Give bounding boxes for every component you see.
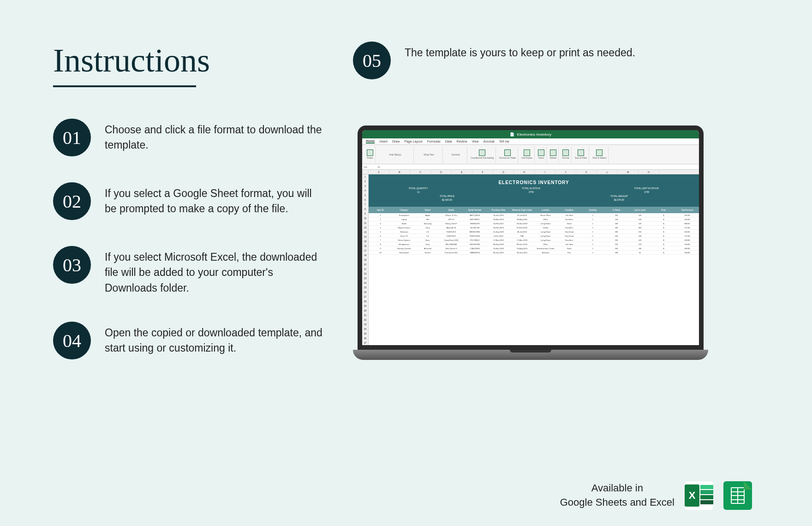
step-text-03: If you select Microsoft Excel, the downl…	[105, 246, 325, 296]
sheets-icon	[723, 481, 752, 510]
column-headers: AB CD EF GH IJ KL MN	[362, 170, 699, 174]
menu-formulas: Formulas	[427, 140, 441, 143]
table-row: 3TabletSamsungGalaxy Tab S7GHI34567814-F…	[369, 221, 699, 226]
menu-acrobat: Acrobat	[484, 140, 495, 143]
step-text-05: The template is yours to keep or print a…	[405, 42, 635, 60]
excel-ribbon: Paste Arial (Body) Wrap Text General Con…	[362, 145, 699, 164]
table-row: 2LaptopDellXPS 15DEF78901220-Mar-202320-…	[369, 217, 699, 221]
inventory-header: ELECTRONICS INVENTORY TOTAL QUANTITY11 T…	[369, 174, 699, 207]
title-underline	[53, 85, 196, 87]
menu-pagelayout: Page Layout	[404, 140, 422, 143]
menu-insert: Insert	[379, 140, 388, 143]
doc-icon: 📄	[510, 132, 514, 137]
table-row: 6Smart TVLGOLED55CXPQR1234561-Dec-2020N/…	[369, 234, 699, 238]
formula-bar: A1fx	[362, 164, 699, 170]
step-text-02: If you select a Google Sheet format, you…	[105, 182, 325, 217]
table-row: 1SmartphoneAppleiPhone 12 ProABC12345610…	[369, 213, 699, 217]
doc-title: Electronics Inventory	[517, 132, 551, 137]
menu-home: Home	[366, 139, 375, 143]
row-numbers: 1234567891011121314151617181920212223242…	[362, 174, 369, 345]
footer: Available in Google Sheets and Excel X	[560, 481, 752, 510]
step-03: 03 If you select Microsoft Excel, the do…	[53, 246, 325, 296]
step-04: 04 Open the copied or downloaded templat…	[53, 322, 325, 359]
page-title: Instructions	[53, 42, 325, 80]
table-row: 8HeadphonesSonyWH-1000XM4VWX56789003-Sep…	[369, 242, 699, 246]
footer-line2: Google Sheets and Excel	[560, 496, 675, 510]
step-badge-05: 05	[353, 42, 391, 79]
step-badge-01: 01	[53, 119, 91, 156]
table-row: 4Digital CameraSonyAlpha A7 IIIJKL901234…	[369, 226, 699, 230]
menu-draw: Draw	[392, 140, 400, 143]
menu-review: Review	[457, 140, 467, 143]
inventory-columns: Item IDCategoryBrandModelSerial NumberPu…	[369, 207, 699, 213]
menu-data: Data	[445, 140, 452, 143]
step-02: 02 If you select a Google Sheet format, …	[53, 182, 325, 220]
excel-app: 📄 Electronics Inventory Home Insert Draw…	[362, 130, 699, 345]
footer-line1: Available in	[560, 481, 675, 496]
menu-tellme: Tell me	[499, 140, 509, 143]
laptop-base	[353, 350, 708, 360]
step-badge-04: 04	[53, 322, 91, 359]
step-01: 01 Choose and click a file format to dow…	[53, 119, 325, 156]
excel-titlebar: 📄 Electronics Inventory	[362, 130, 699, 138]
inventory-body: 1SmartphoneAppleiPhone 12 ProABC12345610…	[369, 213, 699, 255]
table-row: 5TelevisionLGOLED55CXMNO56789015-Sep-202…	[369, 230, 699, 234]
step-badge-02: 02	[53, 182, 91, 220]
step-text-01: Choose and click a file format to downlo…	[105, 119, 325, 153]
menu-view: View	[472, 140, 479, 143]
table-row: 10SmartwatchGarminForerunner 945ZAB34567…	[369, 251, 699, 255]
excel-menu: Home Insert Draw Page Layout Formulas Da…	[362, 138, 699, 145]
excel-icon: X	[685, 481, 713, 510]
step-05: 05 The template is yours to keep or prin…	[353, 42, 759, 79]
step-text-04: Open the copied or downloaded template, …	[105, 322, 325, 356]
step-badge-03: 03	[53, 246, 91, 284]
laptop-mockup: 📄 Electronics Inventory Home Insert Draw…	[353, 126, 708, 370]
table-row: 9Gaming ConsoleMicrosoftXbox Series XYZA…	[369, 246, 699, 251]
table-row: 7Stereo SystemBoseSoundTouch 300STU78901…	[369, 238, 699, 242]
